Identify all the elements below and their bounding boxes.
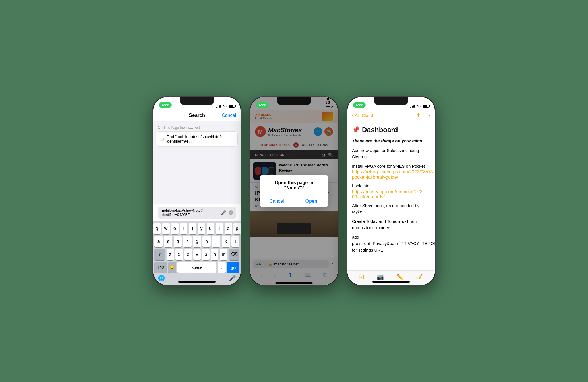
key-j[interactable]: j [212, 236, 220, 247]
keyboard-row-1: q w e r t y u i o p [154, 223, 239, 234]
globe-icon[interactable]: 🌐 [158, 275, 165, 281]
dialog-open-btn[interactable]: Open [294, 195, 329, 207]
phone3-battery-fill [423, 105, 428, 107]
phone1-cancel-btn[interactable]: Cancel [212, 113, 236, 118]
key-b[interactable]: b [202, 249, 210, 260]
notes-header-text: These are the things on your mind. [352, 138, 423, 143]
phone1-home-indicator [178, 281, 216, 283]
key-r[interactable]: r [180, 223, 187, 234]
key-m[interactable]: m [220, 249, 227, 260]
phone1-main-content: Search Cancel On This Page (no matches) … [153, 110, 241, 285]
dialog-cancel-btn[interactable]: Cancel [260, 195, 294, 207]
phone2-signal-bars [326, 97, 332, 100]
key-d[interactable]: d [174, 236, 182, 247]
phone1-search-title: Search [185, 113, 209, 118]
phone2-battery-fill [326, 106, 330, 107]
signal-bar-3 [413, 105, 414, 108]
phone3-status-icons: 5G [410, 104, 429, 108]
compose-btn[interactable]: ✏️ [396, 273, 403, 280]
notes-back-btn[interactable]: ‹ All iCloud [352, 112, 373, 118]
phone1-notch [180, 97, 214, 105]
notes-item-4-text: After Steve book, recommended by Myke [352, 203, 419, 215]
keyboard-row-3: ⇧ z x c v b n m ⌫ [154, 249, 239, 260]
phone2-time: 4:22 [256, 102, 269, 108]
key-g[interactable]: g [193, 236, 201, 247]
notes-share-btn[interactable]: ⬆ [416, 112, 421, 119]
key-period[interactable]: . [218, 262, 226, 273]
signal-bar-4 [220, 105, 221, 108]
signal-bar-1 [326, 99, 326, 100]
camera-btn[interactable]: 📷 [377, 273, 384, 280]
key-a[interactable]: a [154, 236, 163, 247]
phone1-url-input[interactable]: mobilenotes://showNote?identifier=94205E… [158, 207, 236, 219]
mic-icon[interactable]: 🎤 [220, 210, 226, 215]
dialog-actions: Cancel Open [260, 195, 328, 207]
notes-item-4: After Steve book, recommended by Myke [352, 202, 430, 215]
phone3-signal-bars [410, 105, 415, 108]
notes-item-3-link[interactable]: https://museapp.com/memos/2022-09-linked… [352, 189, 424, 199]
key-v[interactable]: v [193, 249, 201, 260]
key-delete[interactable]: ⌫ [229, 249, 239, 260]
key-f[interactable]: f [183, 236, 191, 247]
phone1-signal-bars [216, 105, 221, 108]
key-go[interactable]: go [227, 262, 239, 273]
key-space[interactable]: space [177, 262, 216, 273]
key-o[interactable]: o [225, 223, 232, 234]
signal-bar-2 [412, 106, 413, 108]
key-i[interactable]: i [216, 223, 223, 234]
checklist-btn[interactable]: ☑ [359, 273, 364, 280]
phone3-notch [374, 97, 408, 105]
phone2: 4:22 5G [249, 96, 339, 286]
phone1-keyboard-area: mobilenotes://showNote?identifier=94205E… [153, 204, 241, 285]
key-s[interactable]: s [164, 236, 172, 247]
keyboard-mic-icon[interactable]: 🎤 [229, 275, 236, 281]
phone1-status-icons: 5G [216, 104, 235, 108]
key-q[interactable]: q [153, 223, 161, 234]
search-icon: ⊡ [160, 137, 164, 141]
key-emoji[interactable]: 😊 [168, 262, 176, 273]
signal-bar-2 [327, 98, 328, 100]
key-e[interactable]: e [171, 223, 179, 234]
key-w[interactable]: w [162, 223, 170, 234]
phone2-dialog-overlay: Open this page in "Notes"? Cancel Open [250, 97, 338, 285]
phone1-find-text: Find "mobilenotes://showNote?identifier=… [166, 134, 233, 144]
key-p[interactable]: p [233, 223, 241, 234]
clear-btn[interactable]: ✕ [229, 210, 233, 215]
notes-actions: ⬆ ··· [416, 112, 430, 119]
phone1-keyboard: q w e r t y u i o p a [153, 221, 241, 285]
dialog-title: Open this page in "Notes"? [264, 180, 324, 190]
phone1: 4:22 5G S [152, 96, 241, 286]
key-x[interactable]: x [175, 249, 183, 260]
phone1-time: 4:22 [159, 102, 172, 108]
notes-more-btn[interactable]: ··· [425, 112, 430, 119]
edit-btn[interactable]: 📝 [416, 273, 423, 280]
key-t[interactable]: t [189, 223, 196, 234]
phone3-notes-nav: ‹ All iCloud ⬆ ··· [347, 110, 435, 121]
phone3-home-indicator [372, 281, 410, 283]
notes-item-6: add prefs:root=Privacy&path=PRIVACY_REPO… [352, 234, 430, 254]
key-z[interactable]: z [167, 249, 174, 260]
notes-item-3: Look into https://museapp.com/memos/2022… [352, 183, 430, 200]
keyboard-row-4: 123 😊 space . go [154, 262, 239, 273]
phone1-battery [229, 105, 235, 108]
key-n[interactable]: n [211, 249, 218, 260]
phones-container: 4:22 5G S [152, 96, 436, 286]
phone1-find-bar[interactable]: ⊡ Find "mobilenotes://showNote?identifie… [156, 131, 238, 147]
notes-item-2-link[interactable]: https://retrogamecorps.com/2022/08/07/an… [352, 169, 435, 180]
key-u[interactable]: u [207, 223, 214, 234]
key-123[interactable]: 123 [154, 262, 167, 273]
phone3: 4:22 5G [347, 96, 436, 286]
key-shift[interactable]: ⇧ [154, 249, 165, 260]
key-k[interactable]: k [222, 236, 230, 247]
phone3-time: 4:22 [353, 102, 366, 108]
signal-bar-3 [328, 97, 329, 100]
key-c[interactable]: c [184, 249, 192, 260]
phone3-network: 5G [417, 104, 421, 108]
dialog-body: Open this page in "Notes"? [260, 175, 328, 195]
key-h[interactable]: h [202, 236, 210, 247]
notes-back-label: All iCloud [355, 113, 373, 118]
phone1-battery-fill [229, 105, 233, 107]
key-y[interactable]: y [198, 223, 205, 234]
key-l[interactable]: l [231, 236, 239, 247]
signal-bar-4 [330, 97, 330, 100]
